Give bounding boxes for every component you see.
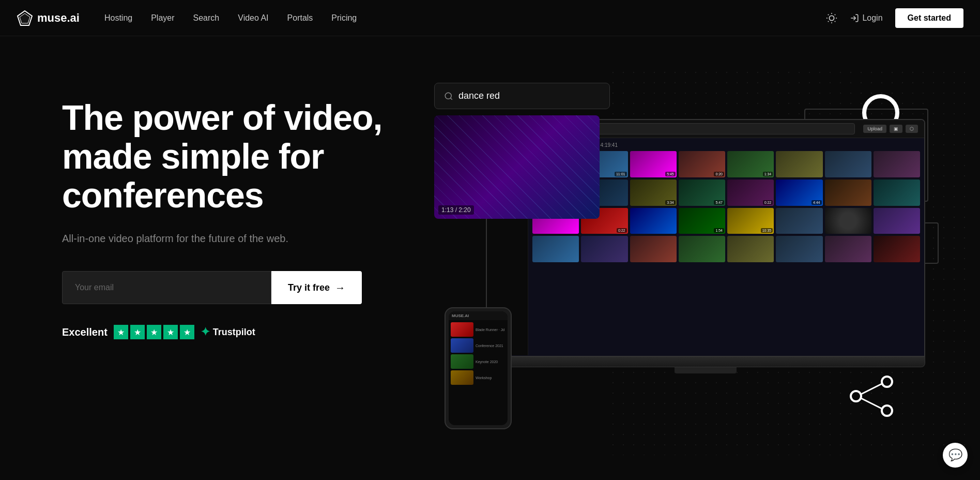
logo-link[interactable]: muse.ai: [17, 10, 80, 26]
video-thumb-16: [874, 179, 920, 206]
phone-label-3: Keynote 2020: [476, 360, 498, 364]
phone-thumb-4: [451, 370, 473, 385]
search-preview-card: dance red 1:13 / 2:20: [434, 83, 610, 219]
video-thumb-15: [825, 179, 871, 206]
svg-line-10: [835, 14, 835, 14]
theme-toggle-icon[interactable]: [826, 12, 837, 24]
svg-line-6: [835, 21, 835, 21]
arrow-icon: →: [335, 282, 345, 294]
phone-label-2: Conference 2021: [476, 344, 503, 348]
star-1: ★: [114, 325, 128, 339]
login-icon: [850, 13, 859, 23]
nav-item-pricing[interactable]: Pricing: [331, 13, 357, 23]
svg-line-9: [828, 21, 829, 21]
trust-stars: ★ ★ ★ ★ ★: [114, 325, 194, 339]
video-thumb-25: [532, 236, 579, 262]
nav-item-hosting[interactable]: Hosting: [104, 13, 132, 23]
video-thumb-6: [776, 151, 822, 177]
nav-item-player[interactable]: Player: [151, 13, 174, 23]
video-thumb-24: [874, 208, 920, 234]
video-thumb-13: 0:22: [727, 179, 774, 206]
email-input[interactable]: [62, 271, 271, 304]
phone-label-4: Workshop: [476, 376, 492, 380]
trustpilot-logo: ✦ Trustpilot: [201, 325, 255, 339]
svg-line-17: [861, 384, 882, 394]
phone-video-item-3: Keynote 2020: [451, 354, 506, 369]
star-4: ★: [163, 325, 178, 339]
phone-header: MUSE.AI: [449, 311, 508, 320]
video-thumb-29: [727, 236, 774, 262]
svg-line-18: [861, 398, 882, 409]
video-thumb-19: [630, 208, 677, 234]
screen-upload-btn: Upload: [863, 125, 886, 133]
phone-video-item-4: Workshop: [451, 370, 506, 385]
phone-video-item-1: Blade Runner · Jd: [451, 322, 506, 337]
video-thumb-11: 3:34: [630, 179, 677, 206]
phone-label-1: Blade Runner · Jd: [476, 328, 504, 332]
phone-mockup: MUSE.AI Blade Runner · Jd Conference 202…: [445, 307, 512, 429]
logo-text: muse.ai: [37, 11, 80, 25]
phone-video-list: Blade Runner · Jd Conference 2021 Keynot…: [449, 320, 508, 387]
phone-thumb-1: [451, 322, 473, 337]
video-thumb-26: [581, 236, 627, 262]
video-thumb-27: [630, 236, 677, 262]
video-thumb-5: 1:34: [727, 151, 774, 177]
svg-point-15: [882, 377, 892, 387]
hero-title: The power of video, made simple for conf…: [62, 98, 414, 214]
nav-links: Hosting Player Search Video AI Portals P…: [104, 13, 826, 23]
share-icon: [846, 376, 897, 419]
video-thumb-14: 4:44: [776, 179, 822, 206]
video-thumb-30: [776, 236, 822, 262]
trustpilot-icon: ✦: [201, 325, 210, 339]
hero-cta-form: Try it free →: [62, 271, 362, 304]
video-thumb-23: [825, 208, 871, 234]
hero-content: The power of video, made simple for conf…: [62, 78, 414, 339]
video-thumb-3: 5:45: [630, 151, 677, 177]
video-thumb-22: [776, 208, 822, 234]
nav-right-actions: Login Get started: [826, 8, 963, 28]
svg-marker-1: [20, 13, 30, 23]
nav-item-search[interactable]: Search: [193, 13, 220, 23]
phone-thumb-3: [451, 354, 473, 369]
svg-point-19: [445, 93, 451, 99]
screen-btn-2: ▣: [890, 125, 902, 133]
search-preview-thumbnail: 1:13 / 2:20: [434, 115, 600, 219]
phone-screen: MUSE.AI Blade Runner · Jd Conference 202…: [449, 311, 508, 425]
get-started-button[interactable]: Get started: [895, 8, 963, 28]
navigation: muse.ai Hosting Player Search Video AI P…: [0, 0, 980, 36]
svg-point-2: [830, 16, 834, 20]
video-thumb-7: [825, 151, 871, 177]
video-thumb-28: [679, 236, 725, 262]
star-3: ★: [147, 325, 161, 339]
logo-icon: [17, 10, 33, 26]
nav-item-portals[interactable]: Portals: [287, 13, 313, 23]
video-thumb-31: [825, 236, 871, 262]
preview-duration: 1:13 / 2:20: [438, 205, 474, 215]
preview-pattern: [434, 115, 600, 219]
search-bar-ui: dance red: [434, 83, 610, 109]
video-thumb-4: 0:20: [679, 151, 725, 177]
try-free-button[interactable]: Try it free →: [271, 271, 362, 304]
chat-icon: 💬: [948, 448, 962, 462]
hero-devices: dance red 1:13 / 2:20 ⊡ muse.ai Upload ▣: [434, 78, 939, 440]
phone-frame: MUSE.AI Blade Runner · Jd Conference 202…: [445, 307, 512, 429]
search-query: dance red: [458, 91, 500, 101]
screen-btn-3: ⬡: [906, 125, 918, 133]
video-thumb-8: [874, 151, 920, 177]
svg-point-16: [882, 406, 892, 416]
svg-line-20: [450, 98, 452, 99]
nav-item-video-ai[interactable]: Video AI: [238, 13, 268, 23]
hero-subtitle: All-in-one video platform for the future…: [62, 231, 414, 246]
laptop-stand: [675, 367, 737, 373]
search-icon-small: [444, 92, 453, 101]
login-button[interactable]: Login: [850, 13, 882, 23]
chat-widget[interactable]: 💬: [943, 443, 968, 468]
video-thumb-20: 1:54: [679, 208, 725, 234]
svg-point-14: [851, 391, 861, 401]
laptop-base: [486, 357, 925, 367]
screen-header-buttons: Upload ▣ ⬡: [863, 125, 918, 133]
video-thumb-32: [874, 236, 920, 262]
video-thumb-21: 10:35: [727, 208, 774, 234]
video-thumb-12: 5:47: [679, 179, 725, 206]
star-2: ★: [130, 325, 145, 339]
